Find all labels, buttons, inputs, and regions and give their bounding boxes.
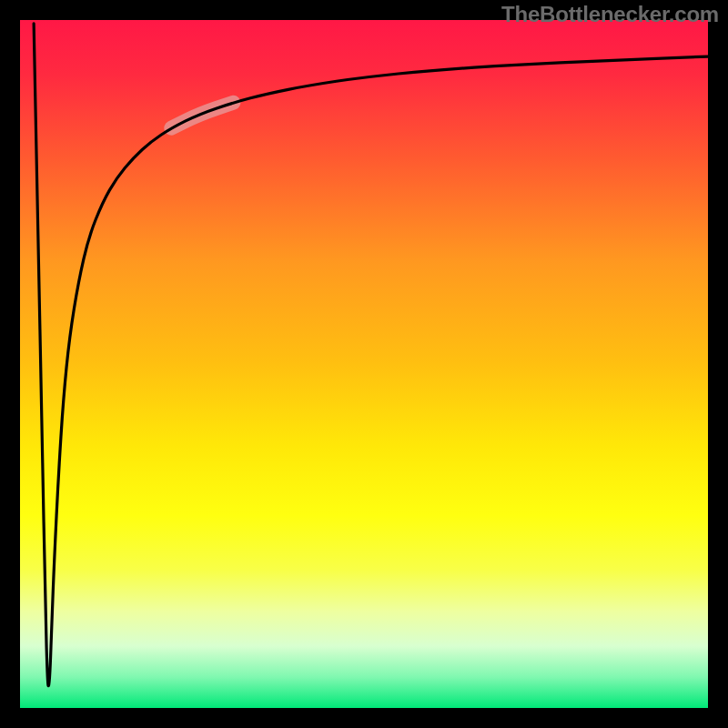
plot-border [708, 0, 728, 728]
plot-border [0, 0, 20, 728]
bottleneck-chart [0, 0, 728, 728]
plot-border [0, 708, 728, 728]
watermark-label: TheBottleneсker.com [501, 2, 719, 27]
gradient-background [20, 20, 708, 708]
chart-frame: TheBottleneсker.com [0, 0, 728, 728]
